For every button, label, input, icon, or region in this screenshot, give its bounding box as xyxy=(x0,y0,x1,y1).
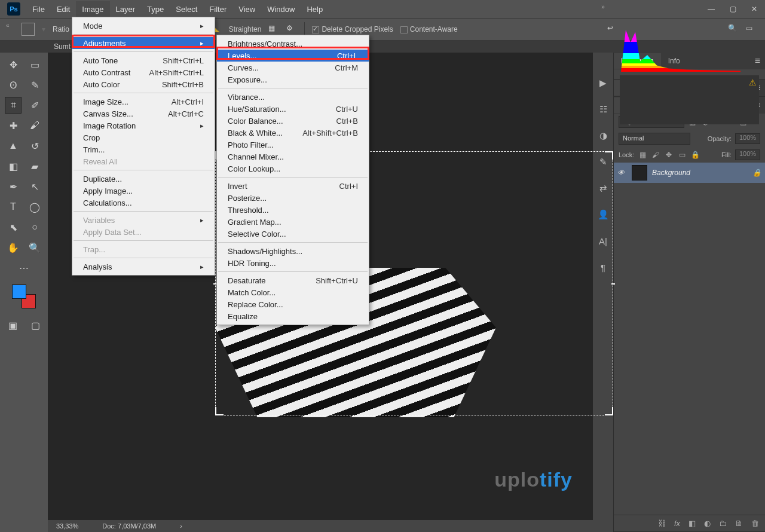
menu-layer[interactable]: Layer xyxy=(110,1,142,17)
minimize-button[interactable]: — xyxy=(700,0,722,18)
tab-info[interactable]: Info xyxy=(661,53,687,69)
lock-all-icon[interactable]: 🔒 xyxy=(690,150,700,160)
delete-layer-icon[interactable]: 🗑 xyxy=(751,519,759,528)
menu-item[interactable]: Image Size...Alt+Ctrl+I xyxy=(72,96,215,108)
menu-item[interactable]: Auto ToneShift+Ctrl+L xyxy=(72,54,215,66)
menu-item[interactable]: Crop xyxy=(72,132,215,143)
opacity-value[interactable]: 100% xyxy=(735,133,760,144)
menu-item[interactable]: Channel Mixer... xyxy=(217,151,369,163)
marquee-tool[interactable]: ▭ xyxy=(26,56,43,73)
menu-item[interactable]: Photo Filter... xyxy=(217,139,369,151)
menu-item[interactable]: Levels...Ctrl+L xyxy=(217,50,369,62)
eyedropper-tool[interactable]: ✐ xyxy=(26,97,43,114)
menu-item[interactable]: Threshold... xyxy=(217,204,369,216)
menu-item[interactable]: Auto ContrastAlt+Shift+Ctrl+L xyxy=(72,66,215,78)
lock-artboard-icon[interactable]: ▭ xyxy=(677,150,687,160)
layer-lock-icon[interactable]: 🔒 xyxy=(752,169,761,177)
layer-row[interactable]: 👁 Background 🔒 xyxy=(614,163,765,183)
menu-item[interactable]: Black & White...Alt+Shift+Ctrl+B xyxy=(217,127,369,139)
collapse-icon[interactable]: « xyxy=(6,22,10,29)
eraser-tool[interactable]: ◧ xyxy=(5,158,22,175)
path-select-tool[interactable]: ↖ xyxy=(26,178,43,195)
quick-mask-icon[interactable]: ▣ xyxy=(4,317,21,334)
menu-item[interactable]: Vibrance... xyxy=(217,91,369,103)
new-layer-icon[interactable]: 🗎 xyxy=(735,519,743,528)
shape-tool[interactable]: ◯ xyxy=(26,198,43,215)
blend-mode-select[interactable]: Normal xyxy=(619,133,690,145)
status-arrow-icon[interactable]: › xyxy=(180,522,182,530)
menu-item[interactable]: Calculations... xyxy=(72,197,215,209)
clone-stamp-tool[interactable]: ▲ xyxy=(5,137,22,154)
gradient-tool[interactable]: ▰ xyxy=(26,158,43,175)
hand-tool[interactable]: ✋ xyxy=(5,239,22,256)
delete-cropped-checkbox[interactable]: Delete Cropped Pixels xyxy=(312,25,393,33)
lasso-tool[interactable]: ʘ xyxy=(5,77,22,93)
content-aware-checkbox[interactable]: Content-Aware xyxy=(400,25,458,33)
ellipse-tool[interactable]: ○ xyxy=(26,219,43,236)
menu-item[interactable]: Color Balance...Ctrl+B xyxy=(217,115,369,127)
workspace-icon[interactable]: ▭ xyxy=(746,24,757,35)
menu-image[interactable]: Image xyxy=(76,1,109,17)
maximize-button[interactable]: ▢ xyxy=(722,0,743,18)
quick-select-tool[interactable]: ✎ xyxy=(26,77,43,93)
expand-dock-icon[interactable]: » xyxy=(601,4,605,10)
menu-item[interactable]: Analysis▸ xyxy=(72,261,215,273)
menu-item[interactable]: Replace Color... xyxy=(217,298,369,310)
lock-paint-icon[interactable]: 🖌 xyxy=(651,150,660,160)
lock-position-icon[interactable]: ✥ xyxy=(664,150,674,160)
direct-select-tool[interactable]: ⬉ xyxy=(5,219,22,236)
link-layers-icon[interactable]: ⛓ xyxy=(658,519,666,528)
menu-item[interactable]: Hue/Saturation...Ctrl+U xyxy=(217,103,369,115)
menu-item[interactable]: Posterize... xyxy=(217,192,369,204)
crop-options-icon[interactable]: ⚙ xyxy=(286,24,297,35)
menu-item[interactable]: Shadows/Highlights... xyxy=(217,245,369,257)
menu-item[interactable]: Color Lookup... xyxy=(217,163,369,175)
menu-item[interactable]: Apply Image... xyxy=(72,185,215,197)
menu-filter[interactable]: Filter xyxy=(203,1,232,17)
menu-item[interactable]: Curves...Ctrl+M xyxy=(217,62,369,74)
layer-thumbnail[interactable] xyxy=(632,165,647,181)
history-icon[interactable]: ☷ xyxy=(596,103,610,116)
overlay-grid-icon[interactable]: ▦ xyxy=(268,24,279,35)
menu-item[interactable]: Trim... xyxy=(72,143,215,155)
menu-type[interactable]: Type xyxy=(141,1,170,17)
menu-item[interactable]: Auto ColorShift+Ctrl+B xyxy=(72,78,215,90)
menu-item[interactable]: Equalize xyxy=(217,310,369,322)
document-tab[interactable]: Sumt xyxy=(54,42,71,51)
visibility-icon[interactable]: 👁 xyxy=(617,169,627,177)
image-menu[interactable]: Mode▸Adjustments▸Auto ToneShift+Ctrl+LAu… xyxy=(72,17,215,276)
menu-item[interactable]: Mode▸ xyxy=(72,20,215,32)
crop-tool[interactable]: ⌗ xyxy=(5,97,22,114)
menu-item[interactable]: InvertCtrl+I xyxy=(217,180,369,192)
color-swatches[interactable] xyxy=(12,285,36,308)
new-group-icon[interactable]: 🗀 xyxy=(719,519,727,528)
menu-file[interactable]: File xyxy=(26,1,51,17)
brush-tool[interactable]: 🖌 xyxy=(26,117,43,134)
menu-window[interactable]: Window xyxy=(261,1,301,17)
play-action-icon[interactable]: ▶ xyxy=(596,77,610,90)
menu-view[interactable]: View xyxy=(232,1,261,17)
panel-menu-icon[interactable]: ≡ xyxy=(750,56,765,66)
history-brush-tool[interactable]: ↺ xyxy=(26,137,43,154)
crop-tool-icon[interactable] xyxy=(22,23,35,36)
menu-item[interactable]: HDR Toning... xyxy=(217,257,369,269)
menu-item[interactable]: Brightness/Contrast... xyxy=(217,38,369,50)
menu-help[interactable]: Help xyxy=(301,1,329,17)
fill-value[interactable]: 100% xyxy=(735,149,760,160)
reset-icon[interactable]: ↩ xyxy=(607,24,618,35)
menu-item[interactable]: Canvas Size...Alt+Ctrl+C xyxy=(72,108,215,120)
zoom-level[interactable]: 33,33% xyxy=(56,522,78,530)
layer-fx-icon[interactable]: fx xyxy=(674,519,680,528)
menu-item[interactable]: DesaturateShift+Ctrl+U xyxy=(217,274,369,286)
cached-warning-icon[interactable]: ⚠ xyxy=(749,78,757,87)
menu-select[interactable]: Select xyxy=(170,1,203,17)
foreground-color[interactable] xyxy=(12,285,26,299)
edit-toolbar[interactable]: ⋯ xyxy=(16,259,32,276)
menu-item[interactable]: Image Rotation▸ xyxy=(72,120,215,132)
pen-tool[interactable]: ✒ xyxy=(5,178,22,195)
zoom-tool[interactable]: 🔍 xyxy=(26,239,43,256)
menu-item[interactable]: Exposure... xyxy=(217,74,369,85)
menu-item[interactable]: Duplicate... xyxy=(72,173,215,185)
adjustments-submenu[interactable]: Brightness/Contrast...Levels...Ctrl+LCur… xyxy=(216,35,369,325)
menu-item[interactable]: Gradient Map... xyxy=(217,216,369,228)
